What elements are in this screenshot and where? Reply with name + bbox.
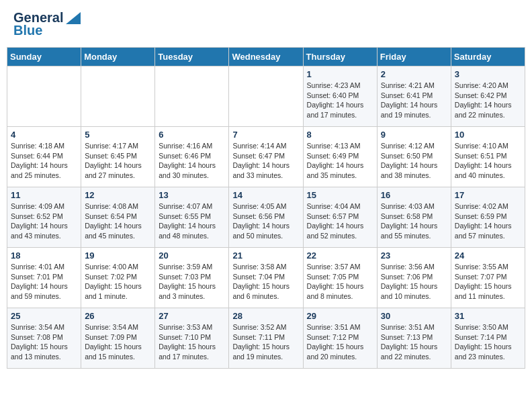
weekday-header-saturday: Saturday bbox=[451, 48, 525, 66]
day-info: Sunrise: 4:07 AM Sunset: 6:55 PM Dayligh… bbox=[159, 201, 225, 241]
day-number: 5 bbox=[85, 130, 151, 140]
day-number: 19 bbox=[85, 250, 151, 261]
day-info: Sunrise: 3:52 AM Sunset: 7:11 PM Dayligh… bbox=[232, 322, 299, 362]
day-info: Sunrise: 4:13 AM Sunset: 6:49 PM Dayligh… bbox=[307, 141, 373, 181]
calendar-cell: 8Sunrise: 4:13 AM Sunset: 6:49 PM Daylig… bbox=[303, 127, 377, 187]
day-number: 29 bbox=[307, 311, 373, 321]
calendar-week-row: 4Sunrise: 4:18 AM Sunset: 6:44 PM Daylig… bbox=[7, 127, 525, 187]
day-info: Sunrise: 4:04 AM Sunset: 6:57 PM Dayligh… bbox=[307, 201, 373, 241]
day-info: Sunrise: 3:57 AM Sunset: 7:05 PM Dayligh… bbox=[307, 262, 373, 302]
weekday-header-row: SundayMondayTuesdayWednesdayThursdayFrid… bbox=[7, 48, 525, 66]
calendar-week-row: 25Sunrise: 3:54 AM Sunset: 7:08 PM Dayli… bbox=[7, 308, 525, 369]
day-number: 28 bbox=[232, 311, 299, 321]
calendar-cell: 23Sunrise: 3:56 AM Sunset: 7:06 PM Dayli… bbox=[377, 248, 451, 308]
logo-icon bbox=[66, 12, 81, 24]
calendar-cell: 31Sunrise: 3:50 AM Sunset: 7:14 PM Dayli… bbox=[451, 308, 525, 369]
day-info: Sunrise: 3:53 AM Sunset: 7:10 PM Dayligh… bbox=[159, 322, 225, 362]
day-number: 30 bbox=[381, 311, 447, 321]
day-info: Sunrise: 3:50 AM Sunset: 7:14 PM Dayligh… bbox=[455, 322, 521, 362]
calendar-cell bbox=[7, 66, 81, 127]
calendar-cell: 29Sunrise: 3:51 AM Sunset: 7:12 PM Dayli… bbox=[303, 308, 377, 369]
calendar-cell: 19Sunrise: 4:00 AM Sunset: 7:02 PM Dayli… bbox=[81, 248, 155, 308]
weekday-header-sunday: Sunday bbox=[7, 48, 81, 66]
day-number: 17 bbox=[455, 190, 521, 200]
day-number: 10 bbox=[455, 130, 521, 140]
day-number: 25 bbox=[11, 311, 77, 321]
calendar-cell: 30Sunrise: 3:51 AM Sunset: 7:13 PM Dayli… bbox=[377, 308, 451, 369]
calendar-table: SundayMondayTuesdayWednesdayThursdayFrid… bbox=[7, 47, 525, 369]
day-info: Sunrise: 4:14 AM Sunset: 6:47 PM Dayligh… bbox=[232, 141, 299, 181]
calendar-week-row: 11Sunrise: 4:09 AM Sunset: 6:52 PM Dayli… bbox=[7, 187, 525, 248]
calendar-cell: 21Sunrise: 3:58 AM Sunset: 7:04 PM Dayli… bbox=[229, 248, 303, 308]
calendar-cell: 6Sunrise: 4:16 AM Sunset: 6:46 PM Daylig… bbox=[155, 127, 229, 187]
day-number: 27 bbox=[159, 311, 225, 321]
day-number: 11 bbox=[11, 190, 77, 200]
day-number: 9 bbox=[381, 130, 447, 140]
calendar-cell: 11Sunrise: 4:09 AM Sunset: 6:52 PM Dayli… bbox=[7, 187, 81, 248]
day-number: 4 bbox=[11, 130, 77, 140]
day-info: Sunrise: 3:55 AM Sunset: 7:07 PM Dayligh… bbox=[455, 262, 521, 302]
day-info: Sunrise: 4:02 AM Sunset: 6:59 PM Dayligh… bbox=[455, 201, 521, 241]
calendar-cell: 10Sunrise: 4:10 AM Sunset: 6:51 PM Dayli… bbox=[451, 127, 525, 187]
calendar-cell: 24Sunrise: 3:55 AM Sunset: 7:07 PM Dayli… bbox=[451, 248, 525, 308]
calendar-cell: 26Sunrise: 3:54 AM Sunset: 7:09 PM Dayli… bbox=[81, 308, 155, 369]
day-info: Sunrise: 3:56 AM Sunset: 7:06 PM Dayligh… bbox=[381, 262, 447, 302]
calendar-cell bbox=[229, 66, 303, 127]
calendar-cell: 12Sunrise: 4:08 AM Sunset: 6:54 PM Dayli… bbox=[81, 187, 155, 248]
calendar-cell: 4Sunrise: 4:18 AM Sunset: 6:44 PM Daylig… bbox=[7, 127, 81, 187]
day-number: 31 bbox=[455, 311, 521, 321]
day-info: Sunrise: 4:01 AM Sunset: 7:01 PM Dayligh… bbox=[11, 262, 77, 302]
calendar-cell: 15Sunrise: 4:04 AM Sunset: 6:57 PM Dayli… bbox=[303, 187, 377, 248]
weekday-header-monday: Monday bbox=[81, 48, 155, 66]
calendar-cell: 7Sunrise: 4:14 AM Sunset: 6:47 PM Daylig… bbox=[229, 127, 303, 187]
day-number: 3 bbox=[455, 69, 521, 79]
svg-marker-0 bbox=[66, 12, 81, 24]
day-number: 6 bbox=[159, 130, 225, 140]
day-number: 20 bbox=[159, 250, 225, 261]
day-number: 22 bbox=[307, 250, 373, 261]
calendar-cell: 2Sunrise: 4:21 AM Sunset: 6:41 PM Daylig… bbox=[377, 66, 451, 127]
day-number: 26 bbox=[85, 311, 151, 321]
day-number: 16 bbox=[381, 190, 447, 200]
calendar-cell: 20Sunrise: 3:59 AM Sunset: 7:03 PM Dayli… bbox=[155, 248, 229, 308]
calendar-cell: 9Sunrise: 4:12 AM Sunset: 6:50 PM Daylig… bbox=[377, 127, 451, 187]
day-info: Sunrise: 4:23 AM Sunset: 6:40 PM Dayligh… bbox=[307, 81, 373, 120]
day-number: 7 bbox=[232, 130, 299, 140]
weekday-header-thursday: Thursday bbox=[303, 48, 377, 66]
calendar-cell: 27Sunrise: 3:53 AM Sunset: 7:10 PM Dayli… bbox=[155, 308, 229, 369]
day-info: Sunrise: 3:54 AM Sunset: 7:09 PM Dayligh… bbox=[85, 322, 151, 362]
calendar-cell bbox=[155, 66, 229, 127]
day-number: 18 bbox=[11, 250, 77, 261]
day-number: 24 bbox=[455, 250, 521, 261]
day-info: Sunrise: 3:51 AM Sunset: 7:13 PM Dayligh… bbox=[381, 322, 447, 362]
day-info: Sunrise: 4:16 AM Sunset: 6:46 PM Dayligh… bbox=[159, 141, 225, 181]
day-number: 1 bbox=[307, 69, 373, 79]
day-number: 12 bbox=[85, 190, 151, 200]
logo: General Blue bbox=[13, 10, 81, 38]
day-info: Sunrise: 4:17 AM Sunset: 6:45 PM Dayligh… bbox=[85, 141, 151, 181]
calendar-cell: 1Sunrise: 4:23 AM Sunset: 6:40 PM Daylig… bbox=[303, 66, 377, 127]
day-info: Sunrise: 3:58 AM Sunset: 7:04 PM Dayligh… bbox=[232, 262, 299, 302]
calendar-cell: 25Sunrise: 3:54 AM Sunset: 7:08 PM Dayli… bbox=[7, 308, 81, 369]
calendar-cell: 13Sunrise: 4:07 AM Sunset: 6:55 PM Dayli… bbox=[155, 187, 229, 248]
day-number: 14 bbox=[232, 190, 299, 200]
weekday-header-tuesday: Tuesday bbox=[155, 48, 229, 66]
day-info: Sunrise: 4:05 AM Sunset: 6:56 PM Dayligh… bbox=[232, 201, 299, 241]
day-info: Sunrise: 4:09 AM Sunset: 6:52 PM Dayligh… bbox=[11, 201, 77, 241]
day-info: Sunrise: 4:08 AM Sunset: 6:54 PM Dayligh… bbox=[85, 201, 151, 241]
calendar-cell: 22Sunrise: 3:57 AM Sunset: 7:05 PM Dayli… bbox=[303, 248, 377, 308]
calendar-cell: 28Sunrise: 3:52 AM Sunset: 7:11 PM Dayli… bbox=[229, 308, 303, 369]
day-info: Sunrise: 4:21 AM Sunset: 6:41 PM Dayligh… bbox=[381, 81, 447, 120]
logo-blue-text: Blue bbox=[13, 23, 42, 38]
day-info: Sunrise: 4:20 AM Sunset: 6:42 PM Dayligh… bbox=[455, 81, 521, 120]
day-number: 21 bbox=[232, 250, 299, 261]
weekday-header-wednesday: Wednesday bbox=[229, 48, 303, 66]
day-info: Sunrise: 4:00 AM Sunset: 7:02 PM Dayligh… bbox=[85, 262, 151, 302]
calendar-week-row: 18Sunrise: 4:01 AM Sunset: 7:01 PM Dayli… bbox=[7, 248, 525, 308]
day-number: 8 bbox=[307, 130, 373, 140]
day-info: Sunrise: 3:51 AM Sunset: 7:12 PM Dayligh… bbox=[307, 322, 373, 362]
calendar-cell: 17Sunrise: 4:02 AM Sunset: 6:59 PM Dayli… bbox=[451, 187, 525, 248]
calendar-cell: 3Sunrise: 4:20 AM Sunset: 6:42 PM Daylig… bbox=[451, 66, 525, 127]
day-number: 15 bbox=[307, 190, 373, 200]
day-info: Sunrise: 4:03 AM Sunset: 6:58 PM Dayligh… bbox=[381, 201, 447, 241]
